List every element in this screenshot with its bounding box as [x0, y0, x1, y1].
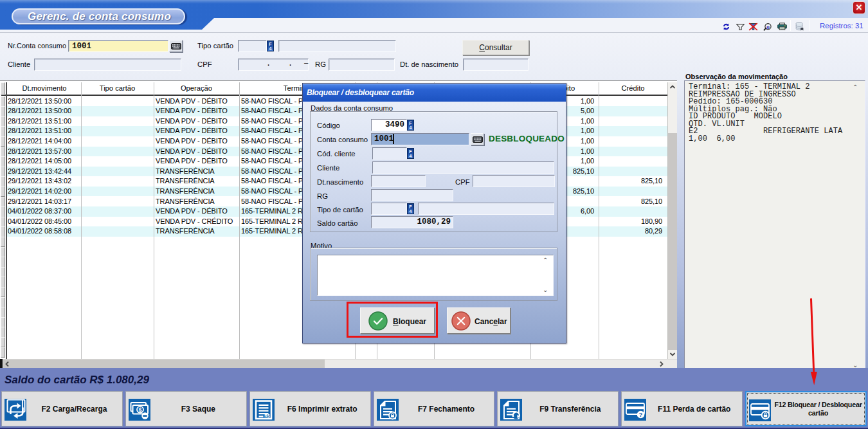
- svg-text:R$: R$: [264, 414, 270, 419]
- svg-text:$: $: [138, 406, 141, 413]
- svg-text:n: n: [766, 23, 770, 30]
- svg-text:?: ?: [639, 411, 643, 418]
